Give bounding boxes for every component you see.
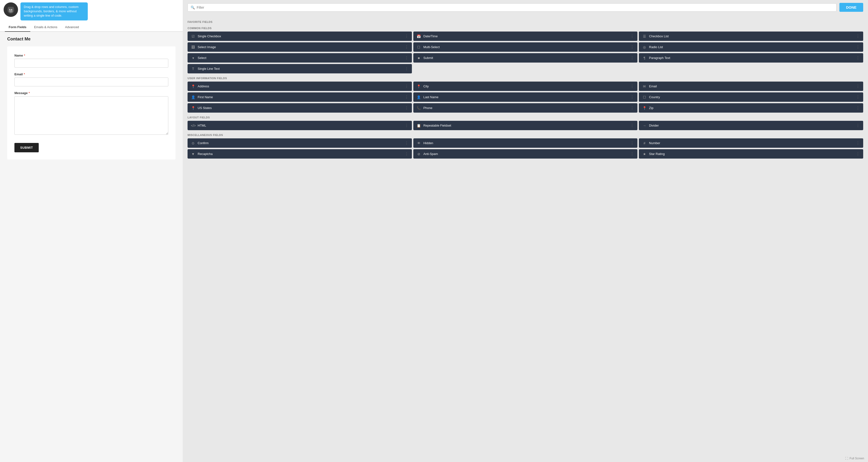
field-label: HTML (198, 124, 402, 127)
field-icon: 📍 (417, 84, 421, 88)
field-dots-icon: ⋮ (405, 66, 408, 71)
field-button-recaptcha[interactable]: ▼Recaptcha⋮ (188, 149, 412, 158)
email-input[interactable] (14, 78, 168, 86)
field-button-star-rating[interactable]: ★Star Rating⋮ (639, 149, 863, 158)
name-input[interactable] (14, 59, 168, 68)
field-button-radio-list[interactable]: ◎Radio List⋮ (639, 42, 863, 52)
field-button-last-name[interactable]: 👤Last Name⋮ (413, 92, 638, 102)
field-button-country[interactable]: ☐Country⋮ (639, 92, 863, 102)
field-label: Confirm (198, 141, 402, 145)
field-button-city[interactable]: 📍City⋮ (413, 82, 638, 91)
field-dots-icon: ⋮ (856, 123, 860, 128)
field-icon: 📍 (191, 106, 195, 110)
field-icon: 👤 (417, 95, 421, 99)
field-button-repeatable-fieldset[interactable]: 📋Repeatable Fieldset⋮ (413, 121, 638, 130)
field-label: US States (198, 106, 402, 110)
field-button-us-states[interactable]: 📍US States⋮ (188, 103, 412, 113)
field-icon: ⊘ (417, 152, 421, 156)
field-label: Select (198, 56, 402, 60)
field-button-date/time[interactable]: 📅Date/Time⋮ (413, 31, 638, 41)
field-dots-icon: ⋮ (630, 34, 634, 38)
field-label: Date/Time (424, 34, 628, 38)
field-icon: </> (191, 124, 195, 127)
field-button-first-name[interactable]: 👤First Name⋮ (188, 92, 412, 102)
tab-form-fields[interactable]: Form Fields (5, 23, 30, 32)
field-dots-icon: ⋮ (630, 95, 634, 99)
field-dots-icon: ⋮ (405, 106, 408, 110)
field-button-anti-spam[interactable]: ⊘Anti-Spam⋮ (413, 149, 638, 158)
field-icon: ☐ (642, 95, 647, 99)
field-button-hidden[interactable]: 👁Hidden⋮ (413, 138, 638, 148)
submit-button[interactable]: SUBMIT (14, 143, 39, 152)
field-icon: 📅 (417, 34, 421, 38)
field-button-checkbox-list[interactable]: ☰Checkbox List⋮ (639, 31, 863, 41)
field-label: Address (198, 84, 402, 88)
email-required: * (24, 73, 25, 76)
field-button-single-checkbox[interactable]: ☑Single Checkbox⋮ (188, 31, 412, 41)
field-dots-icon: ⋮ (856, 84, 860, 89)
field-label: First Name (198, 95, 402, 99)
field-icon: 📍 (642, 106, 647, 110)
form-title: Contact Me (7, 36, 176, 41)
right-panel: 🔍 DONE FAVORITE FIELDSCOMMON FIELDS☑Sing… (183, 0, 868, 462)
field-button-zip[interactable]: 📍Zip⋮ (639, 103, 863, 113)
field-button-divider[interactable]: →Divider⋮ (639, 121, 863, 130)
field-label: Single Checkbox (198, 34, 402, 38)
field-dots-icon: ⋮ (630, 45, 634, 49)
field-label: Recaptcha (198, 152, 402, 156)
svg-point-6 (10, 10, 10, 10)
field-label: Anti-Spam (424, 152, 628, 156)
form-canvas: Contact Me Name * Email * Message * (0, 32, 183, 462)
tab-advanced[interactable]: Advanced (61, 23, 83, 32)
form-inner: Name * Email * Message * SUBMIT (7, 47, 176, 160)
field-dots-icon: ⋮ (405, 34, 408, 38)
field-button-single-line-text[interactable]: TSingle Line Text⋮ (188, 64, 412, 74)
field-button-number[interactable]: #Number⋮ (639, 138, 863, 148)
fields-grid: ⊙Confirm⋮👁Hidden⋮#Number⋮▼Recaptcha⋮⊘Ant… (188, 138, 863, 158)
field-icon: ▾ (191, 56, 195, 60)
field-label: Multi-Select (424, 45, 628, 49)
field-icon: ■ (417, 56, 421, 60)
field-button-phone[interactable]: 📞Phone⋮ (413, 103, 638, 113)
field-label: Zip (649, 106, 854, 110)
field-dots-icon: ⋮ (405, 152, 408, 156)
field-icon: ◎ (642, 45, 647, 49)
field-dots-icon: ⋮ (630, 152, 634, 156)
field-button-select[interactable]: ▾Select⋮ (188, 53, 412, 63)
name-label: Name * (14, 54, 168, 57)
done-button[interactable]: DONE (839, 3, 863, 12)
field-icon: ☑ (191, 34, 195, 38)
field-button-select-image[interactable]: 🖼Select Image⋮ (188, 42, 412, 52)
field-icon: ✉ (642, 84, 647, 88)
field-dots-icon: ⋮ (856, 141, 860, 145)
field-label: Submit (424, 56, 628, 60)
field-button-confirm[interactable]: ⊙Confirm⋮ (188, 138, 412, 148)
field-dots-icon: ⋮ (856, 106, 860, 110)
field-button-address[interactable]: 📍Address⋮ (188, 82, 412, 91)
message-textarea[interactable] (14, 96, 168, 135)
field-label: City (424, 84, 628, 88)
fields-grid: ☑Single Checkbox⋮📅Date/Time⋮☰Checkbox Li… (188, 31, 863, 74)
field-dots-icon: ⋮ (405, 95, 408, 99)
field-dots-icon: ⋮ (630, 106, 634, 110)
section-label: USER INFORMATION FIELDS (188, 77, 863, 80)
tab-emails-actions[interactable]: Emails & Actions (30, 23, 61, 32)
field-label: Divider (649, 124, 854, 127)
field-button-multi-select[interactable]: ☐Multi-Select⋮ (413, 42, 638, 52)
field-button-email[interactable]: ✉Email⋮ (639, 82, 863, 91)
field-button-paragraph-text[interactable]: ¶Paragraph Text⋮ (639, 53, 863, 63)
field-label: Number (649, 141, 854, 145)
field-dots-icon: ⋮ (405, 123, 408, 128)
left-panel: Drag & drop rows and columns, custom bac… (0, 0, 183, 462)
field-label: Last Name (424, 95, 628, 99)
field-label: Radio List (649, 45, 854, 49)
field-label: Repeatable Fieldset (424, 124, 628, 127)
email-field: Email * (14, 73, 168, 86)
field-button-html[interactable]: </>HTML⋮ (188, 121, 412, 130)
filter-input[interactable] (197, 5, 833, 9)
field-icon: 👁 (417, 141, 421, 145)
field-button-submit[interactable]: ■Submit⋮ (413, 53, 638, 63)
field-label: Star Rating (649, 152, 854, 156)
field-icon: ¶ (642, 56, 647, 60)
right-header: 🔍 DONE (183, 0, 868, 15)
